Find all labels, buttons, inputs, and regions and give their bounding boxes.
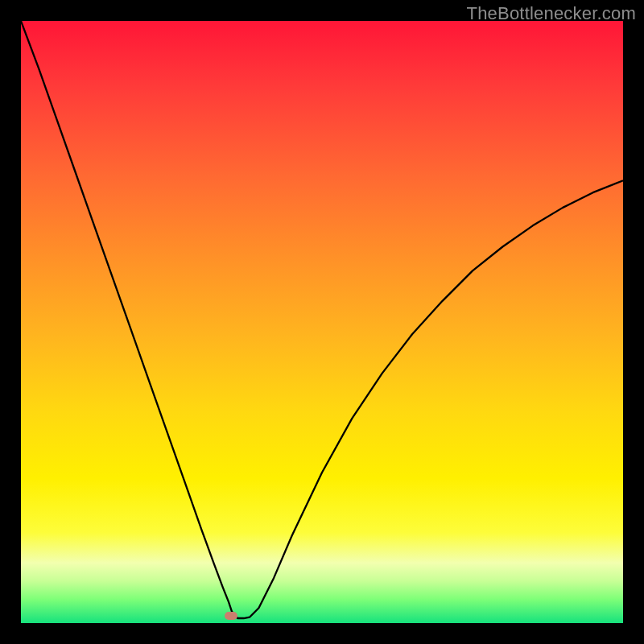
curve-svg bbox=[21, 21, 623, 623]
curve-path bbox=[21, 21, 623, 618]
plot-area bbox=[21, 21, 623, 623]
chart-frame: TheBottlenecker.com bbox=[0, 0, 644, 644]
minimum-marker bbox=[225, 612, 237, 620]
watermark-text: TheBottlenecker.com bbox=[467, 3, 636, 24]
